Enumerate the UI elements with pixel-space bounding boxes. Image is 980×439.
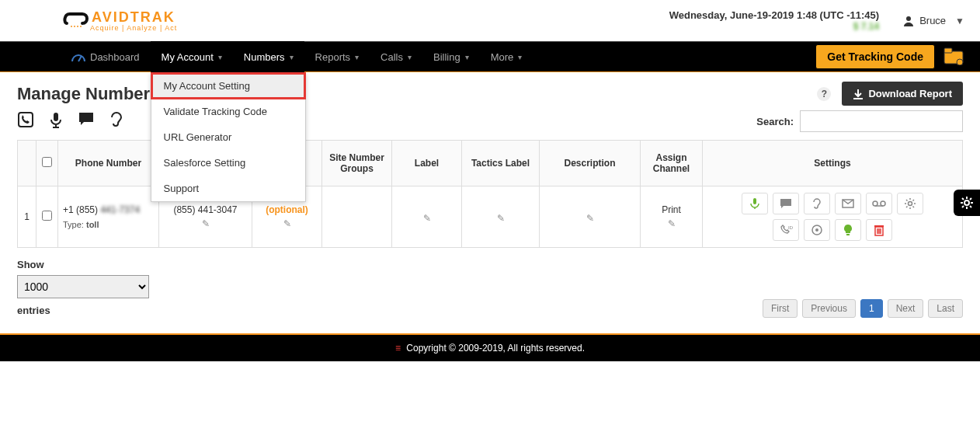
ear-icon[interactable] <box>109 111 123 132</box>
edit-icon[interactable]: ✎ <box>283 218 291 229</box>
nav-my-account-label: My Account <box>162 51 214 63</box>
page-first-button[interactable]: First <box>763 299 798 318</box>
svg-rect-7 <box>944 48 952 53</box>
col-assign-channel[interactable]: Assign Channel <box>641 141 703 186</box>
caret-down-icon: ▾ <box>518 53 522 61</box>
cell-phone: +1 (855) +1 (855) 441-7374441-7374 Type:… <box>58 186 159 248</box>
svg-text:ID: ID <box>788 225 793 230</box>
nav-reports[interactable]: Reports ▾ <box>304 41 370 72</box>
top-header: AVIDTRAK Acquire | Analyze | Act Wednesd… <box>0 0 980 41</box>
svg-point-13 <box>873 201 877 206</box>
edit-icon[interactable]: ✎ <box>668 218 676 229</box>
page-prev-button[interactable]: Previous <box>802 299 856 318</box>
dropdown-my-account-setting[interactable]: My Account Setting <box>151 73 305 99</box>
cell-settings: ID <box>703 186 963 248</box>
bulb-setting-icon[interactable] <box>835 219 861 241</box>
help-icon[interactable]: ? <box>817 87 831 101</box>
caret-down-icon: ▾ <box>218 53 222 61</box>
dropdown-validate-tracking[interactable]: Validate Tracking Code <box>151 99 305 124</box>
target-setting-icon[interactable] <box>804 219 830 241</box>
svg-rect-11 <box>753 198 756 204</box>
folder-icon[interactable] <box>943 47 964 68</box>
cell-rownum: 1 <box>18 186 36 248</box>
search-input[interactable] <box>800 110 963 132</box>
svg-line-5 <box>78 56 82 61</box>
trash-setting-icon[interactable] <box>866 219 892 241</box>
col-site-groups[interactable]: Site Number Groups <box>322 141 392 186</box>
forwarding-number: (855) 441-3047 <box>173 204 237 215</box>
row-checkbox[interactable] <box>42 211 52 221</box>
svg-point-2 <box>77 26 78 27</box>
mic-setting-icon[interactable] <box>742 193 768 214</box>
nav-numbers[interactable]: Numbers ▾ <box>233 41 304 72</box>
search-wrap: Search: <box>756 110 963 132</box>
svg-point-3 <box>80 26 82 27</box>
logo-brand-text: AVIDTRAK <box>92 9 175 25</box>
gear-setting-icon[interactable] <box>897 193 923 214</box>
phone-type: Type: toll <box>63 220 154 229</box>
edit-icon[interactable]: ✎ <box>202 218 210 229</box>
nav-billing[interactable]: Billing ▾ <box>422 41 480 72</box>
dropdown-salesforce-setting[interactable]: Salesforce Setting <box>151 150 305 176</box>
svg-rect-20 <box>846 234 850 235</box>
cell-channel: Print ✎ <box>641 186 703 248</box>
col-checkbox <box>36 141 58 186</box>
edit-icon[interactable]: ✎ <box>423 213 431 224</box>
dropdown-url-generator[interactable]: URL Generator <box>151 124 305 150</box>
cell-site-groups <box>322 186 392 248</box>
voicemail-setting-icon[interactable] <box>866 193 892 214</box>
col-settings[interactable]: Settings <box>703 141 963 186</box>
download-report-button[interactable]: Download Report <box>842 82 963 106</box>
cell-description: ✎ <box>540 186 641 248</box>
svg-point-8 <box>957 59 963 65</box>
nav-reports-label: Reports <box>315 51 351 63</box>
svg-point-1 <box>74 26 75 27</box>
download-icon <box>853 89 864 99</box>
page-current-button[interactable]: 1 <box>860 299 883 318</box>
caret-down-icon: ▾ <box>355 53 359 61</box>
chat-icon[interactable] <box>78 111 95 132</box>
footer: ≡ Copyright © 2009-2019, All rights rese… <box>0 333 980 361</box>
phone-forward-icon[interactable] <box>17 111 34 132</box>
microphone-icon[interactable] <box>48 111 64 132</box>
edit-icon[interactable]: ✎ <box>497 213 505 224</box>
logo-tagline: Acquire | Analyze | Act <box>90 24 177 32</box>
page-last-button[interactable]: Last <box>928 299 963 318</box>
chat-setting-icon[interactable] <box>773 193 799 214</box>
logo[interactable]: AVIDTRAK Acquire | Analyze | Act <box>62 6 177 35</box>
nav-more[interactable]: More ▾ <box>480 41 533 72</box>
nav-calls[interactable]: Calls ▾ <box>370 41 422 72</box>
caret-down-icon: ▼ <box>955 16 964 26</box>
col-description[interactable]: Description <box>540 141 641 186</box>
show-select[interactable]: 1000 <box>17 275 149 298</box>
footer-text: Copyright © 2009-2019, All rights reserv… <box>406 343 585 354</box>
nav-dashboard[interactable]: Dashboard <box>61 41 151 72</box>
pagination: First Previous 1 Next Last <box>17 299 963 318</box>
nav-numbers-label: Numbers <box>244 51 285 63</box>
footer-icon: ≡ <box>395 343 401 354</box>
navbar: Dashboard My Account ▾ My Account Settin… <box>0 41 980 72</box>
dropdown-support[interactable]: Support <box>151 176 305 201</box>
col-phone[interactable]: Phone Number <box>58 141 159 186</box>
nav-my-account[interactable]: My Account ▾ My Account Setting Validate… <box>151 41 233 72</box>
callerid-setting-icon[interactable]: ID <box>773 219 799 241</box>
ear-setting-icon[interactable] <box>804 193 830 214</box>
mail-setting-icon[interactable] <box>835 193 861 214</box>
user-menu[interactable]: Bruce ▼ <box>902 15 964 27</box>
get-tracking-code-button[interactable]: Get Tracking Code <box>815 44 935 69</box>
download-report-label: Download Report <box>868 88 952 99</box>
page-next-button[interactable]: Next <box>888 299 924 318</box>
floating-settings-gear[interactable] <box>954 190 980 216</box>
dashboard-icon <box>71 51 85 62</box>
nav-calls-label: Calls <box>381 51 403 63</box>
select-all-checkbox[interactable] <box>42 157 52 167</box>
header-right: Wednesday, June-19-2019 1:48 (UTC -11:45… <box>669 9 879 32</box>
edit-icon[interactable]: ✎ <box>586 213 594 224</box>
col-label[interactable]: Label <box>392 141 462 186</box>
toolbar-icons <box>17 111 123 132</box>
svg-rect-9 <box>19 113 33 127</box>
col-tactics[interactable]: Tactics Label <box>462 141 540 186</box>
settings-icons: ID <box>732 193 933 241</box>
logo-icon <box>62 6 90 35</box>
cell-checkbox <box>36 186 58 248</box>
